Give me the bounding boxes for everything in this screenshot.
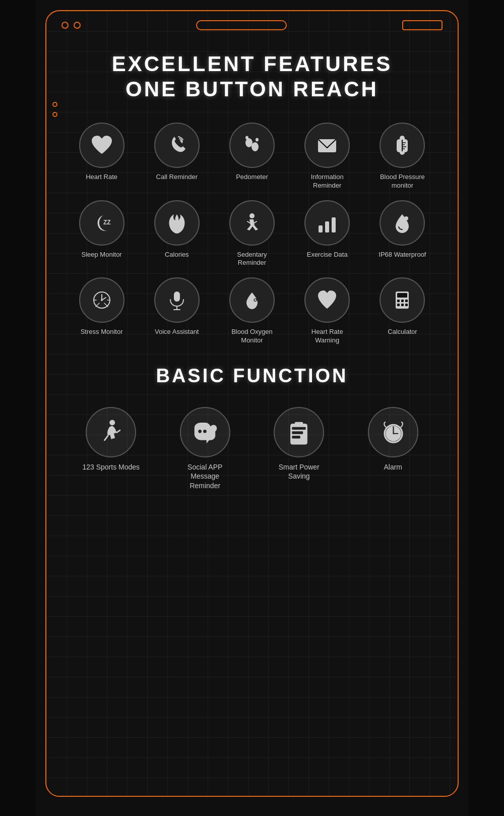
calculator-icon: [390, 287, 415, 313]
voice-assistant-icon-circle: [154, 277, 200, 323]
svg-rect-29: [405, 300, 408, 302]
device-frame: EXCELLENT FEATURES ONE BUTTON REACH Hear…: [45, 10, 459, 797]
svg-rect-15: [319, 225, 323, 232]
svg-rect-27: [397, 300, 400, 302]
info-reminder-icon-circle: [304, 123, 350, 168]
calories-label: Calories: [165, 251, 189, 259]
calculator-label: Calculator: [388, 328, 417, 336]
sleep-monitor-label: Sleep Monitor: [81, 251, 121, 259]
blood-oxygen-label: Blood Oxygen Monitor: [227, 328, 277, 345]
left-dot-1: [52, 102, 57, 107]
svg-rect-17: [332, 217, 336, 232]
exercise-data-icon: [314, 210, 340, 236]
pedometer-icon: [239, 133, 265, 158]
top-slot: [196, 20, 287, 30]
left-dots: [52, 102, 57, 117]
exercise-data-label: Exercise Data: [307, 251, 348, 259]
sports-modes-icon: [96, 417, 126, 447]
svg-rect-40: [292, 436, 300, 438]
feature-sleep-monitor: ZZ Sleep Monitor: [79, 200, 124, 268]
call-reminder-label: Call Reminder: [156, 173, 198, 182]
svg-rect-32: [405, 304, 408, 306]
feature-exercise-data: Exercise Data: [304, 200, 350, 268]
pedometer-label: Pedometer: [236, 173, 268, 182]
smart-power-icon: [284, 417, 314, 447]
pedometer-icon-circle: [229, 123, 275, 168]
social-app-icon: [190, 417, 220, 447]
sedentary-icon-circle: [229, 200, 275, 246]
feature-info-reminder: Information Reminder: [302, 123, 352, 190]
svg-point-35: [203, 430, 207, 433]
svg-point-33: [110, 420, 115, 426]
svg-point-2: [245, 136, 248, 139]
social-app-icon-circle: [180, 407, 230, 457]
exercise-data-icon-circle: [304, 200, 350, 246]
voice-assistant-icon: [164, 287, 190, 313]
heart-rate-icon: [89, 133, 114, 158]
main-title-line2: ONE BUTTON REACH: [67, 77, 437, 102]
sleep-monitor-icon-circle: ZZ: [79, 200, 124, 246]
calories-icon-circle: [154, 200, 200, 246]
svg-rect-28: [401, 300, 404, 302]
ip68-icon-circle: [380, 200, 425, 246]
heart-rate-icon-circle: [79, 123, 124, 168]
svg-rect-7: [401, 137, 404, 140]
svg-point-3: [256, 138, 259, 141]
voice-assistant-label: Voice Assistant: [155, 328, 199, 336]
svg-rect-38: [292, 427, 306, 430]
features-grid: Heart Rate Call Reminder: [67, 123, 437, 345]
call-reminder-icon-circle: [154, 123, 200, 168]
alarm-icon-circle: [368, 407, 418, 457]
info-reminder-label: Information Reminder: [302, 173, 352, 190]
top-bar: [46, 11, 458, 39]
feature-blood-pressure: Blood Pressure monitor: [377, 123, 427, 190]
basic-functions-grid: 123 Sports Modes Social APP Message Remi…: [67, 407, 437, 490]
call-reminder-icon: [164, 133, 190, 158]
feature-sedentary: Sedentary Reminder: [227, 200, 277, 268]
svg-rect-21: [174, 292, 180, 302]
svg-point-20: [101, 299, 103, 301]
svg-text:ZZ: ZZ: [103, 219, 111, 226]
sleep-monitor-icon: ZZ: [89, 210, 114, 236]
features-section: Heart Rate Call Reminder: [67, 123, 437, 345]
basic-social-app: Social APP Message Reminder: [175, 407, 235, 490]
left-dot-2: [52, 112, 57, 117]
svg-rect-31: [401, 304, 404, 306]
svg-point-18: [404, 216, 408, 220]
stress-monitor-icon-circle: [79, 277, 124, 323]
basic-alarm: Alarm: [368, 407, 418, 490]
top-dot-1: [61, 22, 69, 29]
sports-modes-icon-circle: [86, 407, 136, 457]
feature-calculator: Calculator: [380, 277, 425, 345]
feature-heart-rate-warning: Heart Rate Warning: [302, 277, 352, 345]
blood-oxygen-icon: O²: [239, 287, 265, 313]
basic-sports-modes: 123 Sports Modes: [82, 407, 140, 490]
stress-monitor-icon: [89, 287, 114, 313]
svg-rect-26: [397, 293, 407, 298]
heart-rate-warning-icon: [314, 287, 340, 313]
title-section: EXCELLENT FEATURES ONE BUTTON REACH: [67, 51, 437, 102]
feature-blood-oxygen: O² Blood Oxygen Monitor: [227, 277, 277, 345]
feature-pedometer: Pedometer: [229, 123, 275, 190]
heart-rate-warning-icon-circle: [304, 277, 350, 323]
alarm-icon: [378, 417, 408, 447]
svg-point-1: [251, 142, 259, 151]
smart-power-label: Smart Power Saving: [269, 462, 329, 481]
top-dots: [61, 22, 81, 29]
page-wrapper: EXCELLENT FEATURES ONE BUTTON REACH Hear…: [35, 0, 469, 816]
svg-text:O²: O²: [254, 298, 259, 303]
svg-point-14: [249, 213, 255, 218]
section-title-basic: BASIC FUNCTION: [67, 365, 437, 387]
feature-stress-monitor: Stress Monitor: [79, 277, 124, 345]
calories-icon: [164, 210, 190, 236]
info-reminder-icon: [314, 133, 340, 158]
top-dot-2: [74, 22, 81, 29]
svg-rect-16: [325, 221, 329, 232]
social-app-label: Social APP Message Reminder: [175, 462, 235, 490]
main-title-line1: EXCELLENT FEATURES: [67, 51, 437, 77]
basic-smart-power: Smart Power Saving: [269, 407, 329, 490]
blood-pressure-icon-circle: [380, 123, 425, 168]
feature-calories: Calories: [154, 200, 200, 268]
top-right-bar: [402, 20, 443, 30]
blood-pressure-icon: [390, 133, 415, 158]
